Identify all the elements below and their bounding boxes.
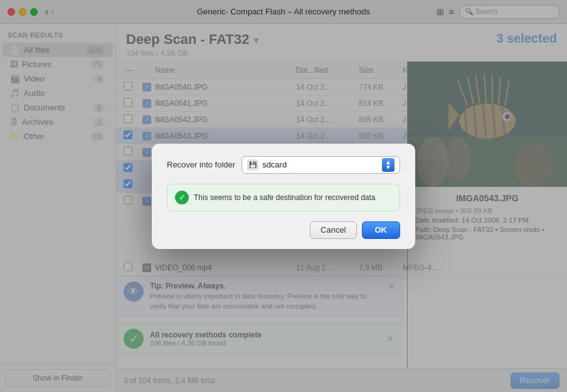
cancel-button[interactable]: Cancel bbox=[310, 221, 356, 239]
folder-icon: 💾 bbox=[247, 159, 258, 171]
modal-folder-row: Recover into folder 💾 sdcard ▲▼ bbox=[167, 156, 400, 174]
safe-destination-message: ✓ This seems to be a safe destination fo… bbox=[167, 184, 400, 211]
folder-dropdown-arrows[interactable]: ▲▼ bbox=[382, 158, 395, 172]
ok-button[interactable]: OK bbox=[362, 221, 401, 239]
safe-check-icon: ✓ bbox=[175, 191, 189, 204]
recover-dialog: Recover into folder 💾 sdcard ▲▼ ✓ This s… bbox=[152, 144, 415, 249]
modal-overlay: Recover into folder 💾 sdcard ▲▼ ✓ This s… bbox=[0, 0, 567, 392]
folder-select[interactable]: 💾 sdcard ▲▼ bbox=[241, 156, 400, 174]
modal-buttons: Cancel OK bbox=[167, 221, 400, 239]
folder-name: sdcard bbox=[262, 160, 382, 169]
modal-recover-label: Recover into folder bbox=[167, 160, 235, 169]
safe-text: This seems to be a safe destination for … bbox=[194, 193, 376, 202]
